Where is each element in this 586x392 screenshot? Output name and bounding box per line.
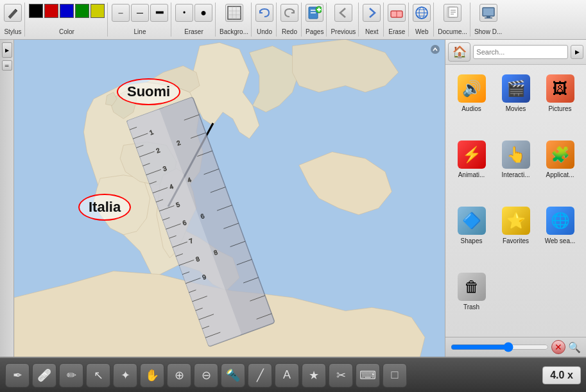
left-panel: ▶ ═ (0, 40, 14, 357)
web-label: Web (415, 28, 428, 35)
bottom-btn-line-draw[interactable]: ╱ (248, 363, 272, 388)
icon-img-favori: ⭐ (502, 207, 530, 235)
icon-item-websea[interactable]: 🌐 Web sea... (539, 202, 581, 266)
bottom-btn-whitebox-tool[interactable]: □ (383, 363, 407, 388)
icon-label-animati: Animati... (458, 171, 485, 178)
icon-label-movies: Movies (506, 105, 526, 112)
redo-group: Redo (278, 3, 302, 37)
icon-label-applic: Applicat... (546, 171, 574, 178)
next-label: Next (365, 28, 379, 35)
previous-group: Previous (328, 3, 359, 37)
eraser-group: • ● Eraser (173, 3, 216, 37)
search-go-button[interactable]: ▶ (571, 45, 583, 59)
web-button[interactable] (413, 4, 431, 22)
bottom-btn-scissors-tool[interactable]: ✂ (329, 363, 353, 388)
undo-group: Undo (253, 3, 277, 37)
show-desktop-group: Show D... (472, 3, 504, 37)
stylus-group: Stylus (1, 3, 25, 37)
home-button[interactable]: 🏠 (448, 42, 470, 62)
icon-img-interac: 👆 (502, 141, 530, 169)
redo-button[interactable] (280, 4, 298, 22)
bottom-btn-zoom-in[interactable]: ⊕ (167, 363, 191, 388)
color-blue[interactable] (60, 4, 74, 18)
map-svg (14, 40, 445, 357)
color-yellow[interactable] (90, 4, 105, 18)
search-input[interactable] (473, 45, 568, 59)
bottom-btn-eraser-pink[interactable]: 🩹 (32, 363, 56, 388)
icon-item-applic[interactable]: 🧩 Applicat... (539, 136, 581, 200)
eraser-small[interactable]: • (175, 4, 193, 22)
line-label: Line (134, 28, 146, 35)
icon-item-trash[interactable]: 🗑 Trash (451, 268, 492, 332)
color-red[interactable] (44, 4, 58, 18)
icon-item-animati[interactable]: ⚡ Animati... (451, 136, 492, 200)
icon-grid: 🔊 Audios 🎬 Movies 🖼 Pictures ⚡ Animati..… (445, 65, 586, 337)
undo-label: Undo (257, 28, 272, 35)
right-panel-header: 🏠 ▶ (445, 40, 586, 65)
color-green[interactable] (75, 4, 89, 18)
zoom-reset-button[interactable]: ✕ (551, 340, 565, 354)
scroll-indicator (431, 45, 440, 54)
color-label: Color (59, 28, 74, 35)
document-label: Docume... (438, 28, 467, 35)
right-panel: 🏠 ▶ 🔊 Audios 🎬 Movies 🖼 Pictures ⚡ Anima… (445, 40, 586, 357)
bottom-btn-select-arrow[interactable]: ↖ (86, 363, 110, 388)
icon-label-audios: Audios (461, 105, 481, 112)
bottom-btn-pencil[interactable]: ✏ (59, 363, 83, 388)
color-black[interactable] (29, 4, 43, 18)
previous-label: Previous (331, 28, 356, 35)
icon-label-trash: Trash (463, 303, 479, 311)
icon-item-pictures[interactable]: 🖼 Pictures (539, 70, 581, 133)
erase-label: Erase (388, 28, 405, 35)
undo-button[interactable] (255, 4, 273, 22)
erase-button[interactable] (388, 4, 406, 22)
icon-item-interac[interactable]: 👆 Interacti... (495, 136, 537, 200)
zoom-display: 4.0 x (542, 366, 581, 384)
background-group: Backgro... (217, 3, 252, 37)
icon-item-audios[interactable]: 🔊 Audios (451, 70, 492, 133)
left-panel-btn2[interactable]: ═ (2, 60, 12, 71)
bottom-btn-text-tool[interactable]: A (275, 363, 299, 388)
document-button[interactable] (444, 4, 461, 22)
bottom-btn-laser-pointer[interactable]: 🔦 (221, 363, 245, 388)
bottom-btn-star-tool[interactable]: ★ (302, 363, 326, 388)
icon-img-websea: 🌐 (546, 207, 574, 235)
previous-button[interactable] (334, 4, 352, 22)
zoom-area: ✕ 🔍 (445, 337, 586, 357)
icon-label-interac: Interacti... (502, 171, 530, 178)
icon-item-shapes[interactable]: 🔷 Shapes (451, 202, 492, 266)
icon-img-pictures: 🖼 (546, 74, 574, 103)
bottom-toolbar: ✒🩹✏↖✦✋⊕⊖🔦╱A★✂⌨□4.0 x (0, 357, 586, 392)
bottom-btn-stylus[interactable]: ✒ (5, 363, 30, 388)
icon-label-favori: Favorites (503, 237, 529, 244)
icon-label-websea: Web sea... (545, 237, 576, 244)
next-group: Next (360, 3, 384, 37)
bottom-btn-zoom-out[interactable]: ⊖ (194, 363, 218, 388)
pages-button[interactable] (306, 4, 323, 22)
show-desktop-button[interactable] (479, 4, 497, 22)
bottom-btn-hand[interactable]: ✋ (140, 363, 164, 388)
top-toolbar: Stylus Color ─ ─ ━ Line • ● Eraser (0, 0, 586, 40)
bottom-btn-keyboard-tool[interactable]: ⌨ (356, 363, 380, 388)
left-panel-btn1[interactable]: ▶ (2, 42, 12, 58)
line-medium[interactable]: ─ (131, 4, 149, 22)
bottom-btn-pointer-star[interactable]: ✦ (113, 363, 137, 388)
icon-img-animati: ⚡ (458, 141, 486, 169)
line-group: ─ ─ ━ Line (109, 3, 171, 37)
icon-item-favori[interactable]: ⭐ Favorites (495, 202, 537, 266)
line-thick[interactable]: ━ (150, 4, 168, 22)
icon-label-pictures: Pictures (548, 105, 571, 112)
canvas-area[interactable]: 1 2 3 4 5 6 7 8 9 (14, 40, 445, 357)
icon-item-movies[interactable]: 🎬 Movies (495, 70, 537, 133)
icon-label-shapes: Shapes (461, 237, 483, 244)
color-group: Color (26, 3, 108, 37)
redo-label: Redo (282, 28, 297, 35)
background-button[interactable] (225, 4, 243, 22)
line-thin[interactable]: ─ (112, 4, 130, 22)
icon-img-trash: 🗑 (458, 273, 486, 301)
zoom-slider[interactable] (451, 343, 549, 352)
next-button[interactable] (363, 4, 381, 22)
stylus-button[interactable] (4, 4, 22, 22)
stylus-label: Stylus (4, 28, 21, 35)
eraser-large[interactable]: ● (194, 4, 212, 22)
